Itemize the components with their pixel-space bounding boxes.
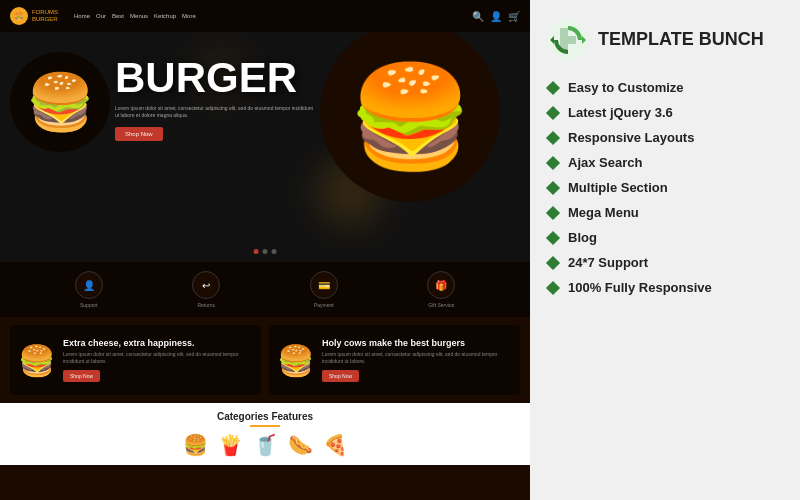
diamond-icon-5 (546, 180, 560, 194)
card-1-image: 🍔 (18, 343, 55, 378)
card-1-content: Extra cheese, extra happiness. Lorem ips… (63, 338, 253, 383)
logo-icon: 🍔 (10, 7, 28, 25)
diamond-icon-1 (546, 80, 560, 94)
feature-text-3: Responsive Layouts (568, 130, 694, 145)
large-burger-image: 🍔 (348, 58, 473, 176)
dot-3[interactable] (272, 249, 277, 254)
feature-4: Ajax Search (548, 155, 782, 170)
payment-icon: 💳 (310, 271, 338, 299)
feature-5: Multiple Section (548, 180, 782, 195)
feature-2: Latest jQuery 3.6 (548, 105, 782, 120)
nav-more[interactable]: More (182, 13, 196, 19)
gift-label: Gift Service (428, 302, 454, 308)
feature-text-2: Latest jQuery 3.6 (568, 105, 673, 120)
nav-ketchup[interactable]: Ketchup (154, 13, 176, 19)
support-label: Support (80, 302, 98, 308)
dot-2[interactable] (263, 249, 268, 254)
returns-label: Returns (197, 302, 215, 308)
navbar-logo: 🍔 FORUMS BURGER (10, 7, 58, 25)
card-2-content: Holy cows make the best burgers Lorem ip… (322, 338, 512, 383)
product-card-1: 🍔 Extra cheese, extra happiness. Lorem i… (10, 325, 261, 395)
diamond-icon-6 (546, 205, 560, 219)
nav-our[interactable]: Our (96, 13, 106, 19)
brand-header: TEMPLATE BUNCH (548, 20, 782, 60)
payment-label: Payment (314, 302, 334, 308)
diamond-icon-7 (546, 230, 560, 244)
hero-section: 🍔 BURGER Lorem ipsum dolor sit amet, con… (0, 32, 530, 262)
returns-icon: ↩ (192, 271, 220, 299)
feature-text-4: Ajax Search (568, 155, 642, 170)
feature-8: 24*7 Support (548, 255, 782, 270)
hero-burger-large: 🍔 (320, 32, 500, 202)
feature-1: Easy to Customize (548, 80, 782, 95)
cat-fries[interactable]: 🍟 (218, 433, 243, 457)
categories-section: Categories Features 🍔 🍟 🥤 🌭 🍕 (0, 403, 530, 465)
info-panel: TEMPLATE BUNCH Easy to Customize Latest … (530, 0, 800, 500)
diamond-icon-2 (546, 105, 560, 119)
feature-text-6: Mega Menu (568, 205, 639, 220)
hero-cta-button[interactable]: Shop Now (115, 127, 163, 141)
diamond-icon-4 (546, 155, 560, 169)
icon-returns: ↩ Returns (192, 271, 220, 308)
feature-9: 100% Fully Responsive (548, 280, 782, 295)
icon-gift: 🎁 Gift Service (427, 271, 455, 308)
feature-text-1: Easy to Customize (568, 80, 684, 95)
icon-bar: 👤 Support ↩ Returns 💳 Payment 🎁 Gift Ser… (0, 262, 530, 317)
diamond-icon-8 (546, 255, 560, 269)
hero-description: Lorem ipsum dolor sit amet, consectetur … (115, 105, 315, 119)
card-2-title: Holy cows make the best burgers (322, 338, 512, 349)
cat-burger[interactable]: 🍔 (183, 433, 208, 457)
category-items: 🍔 🍟 🥤 🌭 🍕 (10, 433, 520, 457)
icon-payment: 💳 Payment (310, 271, 338, 308)
cart-icon[interactable]: 🛒 (508, 11, 520, 22)
nav-icons: 🔍 👤 🛒 (472, 11, 520, 22)
website-preview: 🍔 FORUMS BURGER Home Our Best Menus Ketc… (0, 0, 530, 500)
dot-1[interactable] (254, 249, 259, 254)
cat-hotdog[interactable]: 🌭 (288, 433, 313, 457)
gift-icon: 🎁 (427, 271, 455, 299)
features-list: Easy to Customize Latest jQuery 3.6 Resp… (548, 80, 782, 295)
feature-text-5: Multiple Section (568, 180, 668, 195)
product-cards: 🍔 Extra cheese, extra happiness. Lorem i… (0, 317, 530, 403)
card-1-title: Extra cheese, extra happiness. (63, 338, 253, 349)
support-icon: 👤 (75, 271, 103, 299)
categories-underline (250, 425, 280, 427)
search-icon[interactable]: 🔍 (472, 11, 484, 22)
brand-logo-icon (548, 20, 588, 60)
card-1-desc: Lorem ipsum dolor sit amet, consectetur … (63, 351, 253, 364)
feature-text-9: 100% Fully Responsive (568, 280, 712, 295)
hero-dots (254, 249, 277, 254)
small-burger-image: 🍔 (26, 70, 95, 135)
navbar: 🍔 FORUMS BURGER Home Our Best Menus Ketc… (0, 0, 530, 32)
categories-title: Categories Features (10, 411, 520, 422)
diamond-icon-3 (546, 130, 560, 144)
feature-7: Blog (548, 230, 782, 245)
feature-text-8: 24*7 Support (568, 255, 648, 270)
card-1-cta[interactable]: Shop Now (63, 370, 100, 382)
feature-text-7: Blog (568, 230, 597, 245)
card-2-desc: Lorem ipsum dolor sit amet, consectetur … (322, 351, 512, 364)
hero-burger-small: 🍔 (10, 52, 110, 152)
card-2-cta[interactable]: Shop Now (322, 370, 359, 382)
cat-pizza[interactable]: 🍕 (323, 433, 348, 457)
nav-home[interactable]: Home (74, 13, 90, 19)
icon-support: 👤 Support (75, 271, 103, 308)
diamond-icon-9 (546, 280, 560, 294)
cat-drink[interactable]: 🥤 (253, 433, 278, 457)
nav-best[interactable]: Best (112, 13, 124, 19)
logo-text: FORUMS BURGER (32, 9, 58, 22)
feature-3: Responsive Layouts (548, 130, 782, 145)
brand-name: TEMPLATE BUNCH (598, 30, 764, 50)
card-2-image: 🍔 (277, 343, 314, 378)
nav-links: Home Our Best Menus Ketchup More (74, 13, 196, 19)
nav-menus[interactable]: Menus (130, 13, 148, 19)
user-icon[interactable]: 👤 (490, 11, 502, 22)
hero-title: BURGER (115, 57, 315, 99)
product-card-2: 🍔 Holy cows make the best burgers Lorem … (269, 325, 520, 395)
feature-6: Mega Menu (548, 205, 782, 220)
hero-content: BURGER Lorem ipsum dolor sit amet, conse… (115, 57, 315, 141)
